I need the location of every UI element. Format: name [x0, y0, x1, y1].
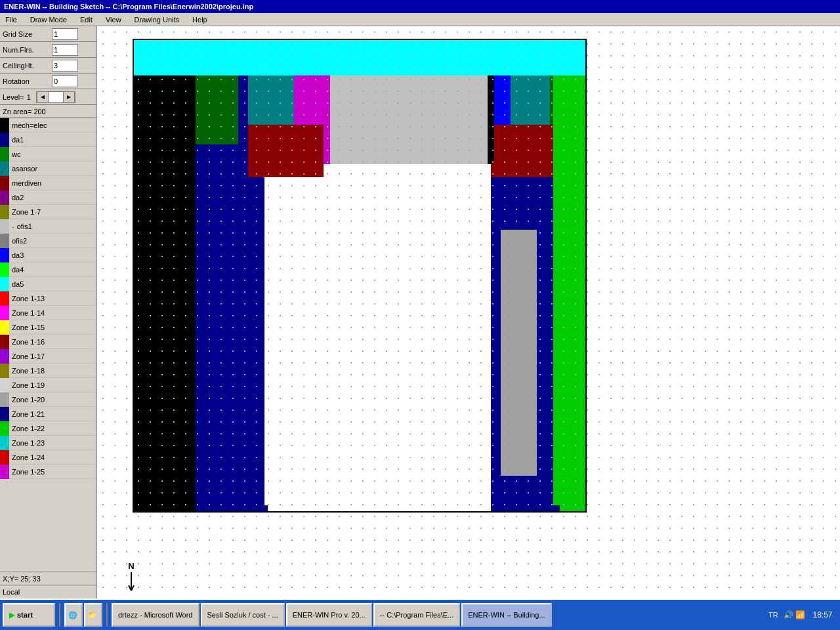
- taskbar-enerwin-building[interactable]: ENER-WIN -- Building...: [461, 603, 551, 627]
- num-flrs-label: Num.Flrs.: [3, 46, 52, 54]
- zone-item[interactable]: Zone 1-19: [0, 378, 96, 392]
- rotation-value[interactable]: 0: [52, 75, 78, 87]
- north-indicator: N: [123, 561, 139, 592]
- level-next-button[interactable]: ►: [63, 91, 75, 103]
- zone-item[interactable]: Zone 1-25: [0, 465, 96, 479]
- num-flrs-row: Num.Flrs. 1: [0, 42, 96, 58]
- title-bar: ENER-WIN -- Building Sketch -- C:\Progra…: [0, 0, 840, 13]
- drawing-canvas[interactable]: [97, 26, 840, 598]
- menu-view[interactable]: View: [103, 14, 124, 25]
- sys-tray: TR 🔊 📶 18:57: [766, 609, 837, 621]
- zone-item[interactable]: Zone 1-20: [0, 392, 96, 407]
- ceiling-ht-row: CeilingHt. 3: [0, 58, 96, 74]
- menu-help[interactable]: Help: [190, 14, 210, 25]
- zone-item[interactable]: Zone 1-14: [0, 306, 96, 320]
- zone-item[interactable]: wc: [0, 147, 96, 161]
- zone-item[interactable]: Zone 1-18: [0, 364, 96, 378]
- zone-item[interactable]: da5: [0, 277, 96, 291]
- zone-item[interactable]: Zone 1-24: [0, 450, 96, 465]
- zn-area: Zn area= 200: [0, 105, 96, 118]
- taskbar-files[interactable]: -- C:\Program Files\E...: [373, 603, 460, 627]
- zone-list: mech=elecda1wcasansormerdivenda2Zone 1-7…: [0, 118, 96, 572]
- taskbar-word[interactable]: drtezz - Microsoft Word: [112, 603, 200, 627]
- ceiling-ht-label: CeilingHt.: [3, 62, 52, 70]
- taskbar: ▶ start 🌐 📁 drtezz - Microsoft Word Sesl…: [0, 598, 840, 630]
- zone-item[interactable]: da1: [0, 133, 96, 147]
- main-content: Grid Size 1 Num.Flrs. 1 CeilingHt. 3 Rot…: [0, 26, 840, 598]
- rotation-label: Rotation: [3, 77, 52, 85]
- menu-edit[interactable]: Edit: [77, 14, 95, 25]
- ceiling-ht-value[interactable]: 3: [52, 60, 78, 72]
- clock: 18:57: [808, 609, 837, 621]
- start-button[interactable]: ▶ start: [3, 603, 55, 627]
- drawing-area[interactable]: N: [97, 26, 840, 598]
- zone-item[interactable]: ofis2: [0, 234, 96, 248]
- zone-item[interactable]: Zone 1-23: [0, 436, 96, 450]
- menu-draw-mode[interactable]: Draw Mode: [28, 14, 70, 25]
- taskbar-enerwin-pro[interactable]: ENER-WIN Pro v. 20...: [286, 603, 372, 627]
- grid-size-value[interactable]: 1: [52, 28, 78, 40]
- level-label: Level=: [3, 93, 24, 101]
- sys-tray-icons: 🔊 📶: [784, 610, 805, 620]
- taskbar-separator: [59, 603, 60, 627]
- menu-bar: File Draw Mode Edit View Drawing Units H…: [0, 13, 840, 26]
- quick-launch-ie[interactable]: 🌐: [64, 603, 83, 627]
- level-value: 1: [27, 93, 31, 101]
- zone-item[interactable]: Zone 1-22: [0, 421, 96, 436]
- menu-file[interactable]: File: [3, 14, 20, 25]
- zone-item[interactable]: da4: [0, 262, 96, 277]
- coordinates: X;Y= 25; 33: [0, 572, 96, 585]
- zone-item[interactable]: Zone 1-7: [0, 205, 96, 219]
- zn-area-text: Zn area= 200: [3, 108, 46, 116]
- zone-item[interactable]: Zone 1-15: [0, 320, 96, 335]
- menu-drawing-units[interactable]: Drawing Units: [132, 14, 182, 25]
- zone-item[interactable]: da2: [0, 190, 96, 205]
- grid-size-label: Grid Size: [3, 30, 52, 38]
- title-text: ENER-WIN -- Building Sketch -- C:\Progra…: [4, 3, 253, 10]
- level-navigator[interactable]: ◄ ►: [36, 91, 75, 103]
- zone-item[interactable]: da3: [0, 248, 96, 262]
- zone-item[interactable]: mech=elec: [0, 118, 96, 133]
- level-row: Level= 1 ◄ ►: [0, 89, 96, 105]
- taskbar-sep2: [106, 603, 108, 627]
- rotation-row: Rotation 0: [0, 74, 96, 89]
- zone-item[interactable]: merdiven: [0, 176, 96, 190]
- locale-indicator: TR: [766, 610, 781, 620]
- zone-item[interactable]: Zone 1-17: [0, 349, 96, 364]
- num-flrs-value[interactable]: 1: [52, 44, 78, 56]
- zone-item[interactable]: Zone 1-16: [0, 335, 96, 349]
- zone-item[interactable]: Zone 1-21: [0, 407, 96, 421]
- level-prev-button[interactable]: ◄: [37, 91, 49, 103]
- zone-item[interactable]: asansor: [0, 161, 96, 176]
- quick-launch-folder[interactable]: 📁: [84, 603, 102, 627]
- zone-item[interactable]: Zone 1-13: [0, 291, 96, 306]
- taskbar-sozluk[interactable]: Sesli Sozluk / cost - ...: [201, 603, 285, 627]
- local-text: Local: [0, 585, 96, 598]
- left-panel: Grid Size 1 Num.Flrs. 1 CeilingHt. 3 Rot…: [0, 26, 97, 598]
- grid-size-row: Grid Size 1: [0, 26, 96, 42]
- compass-icon: [123, 572, 139, 592]
- zone-item[interactable]: - ofis1: [0, 219, 96, 234]
- status-area: X;Y= 25; 33 Local: [0, 572, 96, 598]
